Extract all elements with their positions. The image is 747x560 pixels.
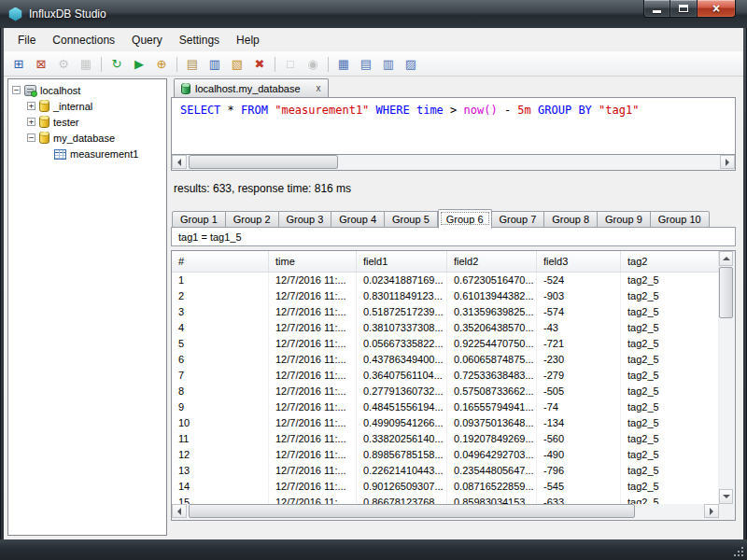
table-row[interactable]: 212/7/2016 11:...0.83011849123...0.61013…	[172, 288, 719, 304]
group-tab-3[interactable]: Group 3	[279, 211, 332, 228]
minimize-button[interactable]	[643, 0, 670, 18]
group-tab-4[interactable]: Group 4	[331, 211, 385, 228]
tree-item-my_database[interactable]: −my_database	[8, 130, 166, 146]
table-row[interactable]: 1112/7/2016 11:...0.33820256140...0.1920…	[172, 431, 719, 447]
connection-tree[interactable]: −localhost+_internal+tester−my_databasem…	[7, 78, 167, 536]
open-connection-icon[interactable]: ⊞	[8, 54, 29, 75]
column-header-num[interactable]: #	[172, 251, 269, 272]
scroll-thumb[interactable]	[719, 267, 733, 318]
cell: 0.85983034153...	[447, 495, 537, 504]
menu-query[interactable]: Query	[123, 30, 171, 50]
menu-connections[interactable]: Connections	[44, 30, 123, 50]
table-row[interactable]: 112/7/2016 11:...0.02341887169...0.67230…	[172, 273, 719, 288]
stats-view-icon[interactable]: ▨	[401, 54, 421, 75]
group-tab-8[interactable]: Group 8	[544, 211, 598, 228]
influxdb-logo-icon	[8, 7, 22, 21]
query-token-keyword: WHERE	[376, 104, 410, 117]
paste-queries-icon[interactable]: ▥	[204, 54, 225, 75]
column-header-field1[interactable]: field1	[357, 251, 447, 272]
group-tab-9[interactable]: Group 9	[598, 211, 651, 228]
group-tab-5[interactable]: Group 5	[385, 211, 438, 228]
group-tab-2[interactable]: Group 2	[226, 211, 279, 228]
scroll-left-button[interactable]	[172, 155, 187, 169]
scroll-left-button[interactable]	[172, 504, 187, 518]
tree-expander-icon[interactable]: −	[27, 133, 35, 142]
table-row[interactable]: 912/7/2016 11:...0.48451556194...0.16555…	[172, 399, 719, 415]
group-tab-1[interactable]: Group 1	[172, 211, 226, 228]
table-row[interactable]: 712/7/2016 11:...0.36407561104...0.72533…	[172, 368, 719, 384]
tree-expander-icon[interactable]: +	[27, 102, 35, 110]
tree-item-localhost[interactable]: −localhost	[8, 82, 166, 98]
table-row[interactable]: 1512/7/2016 11:...0.86678123768...0.8598…	[172, 495, 719, 504]
scroll-thumb[interactable]	[189, 155, 338, 169]
editor-horizontal-scrollbar[interactable]	[171, 155, 736, 171]
results-grid[interactable]: #timefield1field2field3tag2 112/7/2016 1…	[171, 250, 736, 521]
menu-file[interactable]: File	[9, 30, 44, 50]
scroll-right-button[interactable]	[720, 155, 735, 169]
table-row[interactable]: 512/7/2016 11:...0.05667335822...0.92254…	[172, 336, 719, 352]
tree-item-measurement1[interactable]: measurement1	[8, 146, 166, 161]
close-button[interactable]: ×	[697, 0, 736, 18]
scroll-thumb[interactable]	[189, 504, 635, 518]
cell: 12/7/2016 11:...	[269, 304, 357, 320]
scroll-down-button[interactable]	[719, 489, 733, 504]
run-query-icon[interactable]: ▶	[129, 54, 149, 75]
menu-help[interactable]: Help	[228, 30, 268, 50]
table-row[interactable]: 1012/7/2016 11:...0.49909541266...0.0937…	[172, 415, 719, 431]
toolbar-separator	[176, 57, 177, 72]
cell: 15	[172, 495, 269, 504]
scroll-up-button[interactable]	[719, 251, 733, 266]
cell: 12/7/2016 11:...	[269, 288, 357, 304]
table-row[interactable]: 1412/7/2016 11:...0.90126509307...0.0871…	[172, 479, 719, 495]
tree-item-internal[interactable]: +_internal	[8, 98, 166, 114]
editor-tab-localhost-my-database[interactable]: localhost.my_database x	[174, 78, 329, 97]
grid-vertical-scrollbar[interactable]	[719, 251, 735, 504]
text-results-icon[interactable]: ▤	[356, 54, 376, 75]
close-tab-icon[interactable]: x	[317, 84, 321, 93]
log-view-icon[interactable]: ▥	[378, 54, 399, 75]
cell: 12/7/2016 11:...	[269, 399, 357, 415]
column-header-field2[interactable]: field2	[447, 251, 537, 272]
column-header-tag2[interactable]: tag2	[621, 251, 719, 272]
cell: tag2_5	[621, 399, 719, 415]
grid-body[interactable]: 112/7/2016 11:...0.02341887169...0.67230…	[172, 273, 719, 504]
table-row[interactable]: 1212/7/2016 11:...0.89856785158...0.0496…	[172, 447, 719, 463]
query-editor[interactable]: SELECT * FROM "measurement1" WHERE time …	[171, 97, 736, 155]
grid-horizontal-scrollbar[interactable]	[172, 504, 719, 520]
menu-settings[interactable]: Settings	[171, 30, 228, 50]
window-title: InfluxDB Studio	[29, 7, 106, 21]
scroll-right-button[interactable]	[704, 504, 719, 518]
group-tab-6[interactable]: Group 6	[438, 209, 492, 229]
query-token-plain	[369, 104, 375, 117]
table-row[interactable]: 412/7/2016 11:...0.38107337308...0.35206…	[172, 320, 719, 336]
cell: 0.90126509307...	[357, 479, 447, 495]
title-bar[interactable]: InfluxDB Studio ×	[0, 0, 747, 28]
resize-grip-icon[interactable]	[732, 545, 743, 556]
table-row[interactable]: 612/7/2016 11:...0.43786349400...0.06065…	[172, 352, 719, 368]
group-tab-7[interactable]: Group 7	[492, 211, 545, 228]
paste-icon[interactable]: ▤	[182, 54, 203, 75]
refresh-icon[interactable]: ↻	[106, 54, 127, 75]
table-view-icon[interactable]: ▦	[333, 54, 354, 75]
copy-queries-icon[interactable]: ▧	[227, 54, 247, 75]
maximize-icon	[679, 5, 688, 12]
maximize-button[interactable]	[670, 0, 697, 18]
cell: 12/7/2016 11:...	[269, 495, 357, 504]
column-header-time[interactable]: time	[269, 251, 357, 272]
cell: tag2_5	[621, 273, 719, 288]
arrow-down-icon	[723, 495, 730, 502]
tree-expander-icon[interactable]: −	[12, 86, 21, 94]
table-row[interactable]: 812/7/2016 11:...0.27791360732...0.57508…	[172, 384, 719, 399]
close-connection-icon[interactable]: ⊠	[31, 54, 51, 75]
cell: 0.04964292703...	[447, 447, 537, 463]
column-header-field3[interactable]: field3	[537, 251, 621, 272]
new-query-icon[interactable]: ⊕	[151, 54, 172, 75]
cell: tag2_5	[621, 463, 719, 479]
tree-item-tester[interactable]: +tester	[8, 114, 166, 130]
group-tab-10[interactable]: Group 10	[651, 211, 710, 228]
table-row[interactable]: 312/7/2016 11:...0.51872517239...0.31359…	[172, 304, 719, 320]
tree-expander-icon[interactable]: +	[27, 118, 35, 126]
table-row[interactable]: 1312/7/2016 11:...0.22621410443...0.2354…	[172, 463, 719, 479]
cell: 12/7/2016 11:...	[269, 273, 357, 288]
clear-queries-icon[interactable]: ✖	[249, 54, 270, 75]
